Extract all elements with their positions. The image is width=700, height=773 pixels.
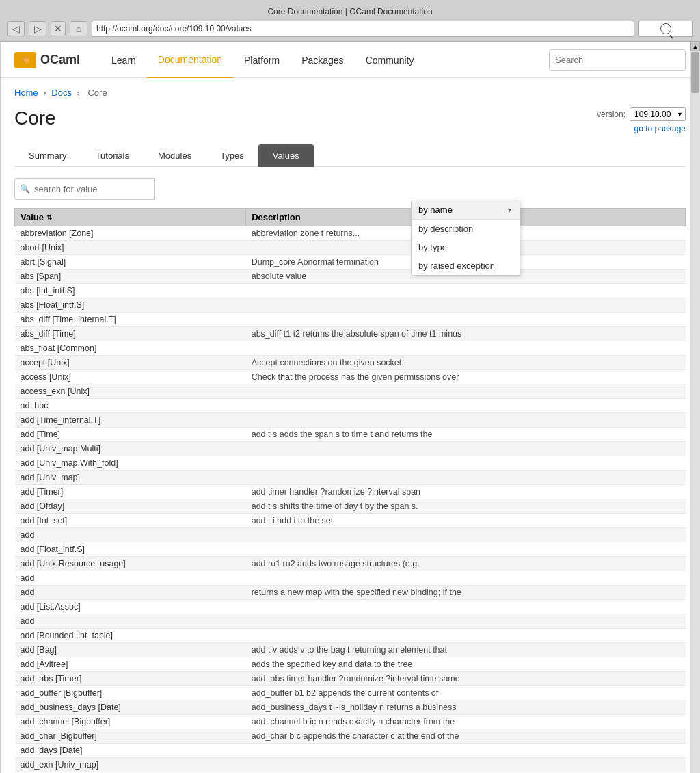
sort-option-by-raised-exception[interactable]: by raised exception: [412, 257, 520, 275]
table-cell-value: access [Unix]: [15, 370, 246, 384]
table-row: add [Bag]add t v adds v to the bag t ret…: [15, 643, 686, 657]
nav-link-learn[interactable]: Learn: [100, 42, 147, 78]
tab-types[interactable]: Types: [206, 144, 258, 167]
table-row: abs [Int_intf.S]: [15, 284, 686, 298]
breadcrumb-sep-2: ›: [77, 88, 83, 98]
table-row: add [Avltree]adds the specified key and …: [15, 657, 686, 672]
table-cell-value: add: [15, 614, 246, 629]
table-cell-description: [246, 298, 686, 313]
table-cell-value: add [Univ_map]: [15, 471, 246, 485]
table-row: abs [Float_intf.S]: [15, 298, 686, 313]
table-cell-description: [246, 384, 686, 399]
value-search-wrapper: 🔍: [14, 178, 686, 200]
table-row: add_char [Bigbuffer]add_char b c appends…: [15, 729, 686, 744]
table-cell-description: abs_diff t1 t2 returns the absolute span…: [246, 327, 686, 341]
table-cell-value: add [Time_internal.T]: [15, 413, 246, 428]
tab-tutorials[interactable]: Tutorials: [81, 144, 144, 167]
table-cell-value: add [Avltree]: [15, 657, 246, 672]
table-cell-value: add: [15, 571, 246, 586]
nav-link-platform[interactable]: Platform: [233, 42, 291, 78]
version-select[interactable]: 109.10.00: [630, 107, 686, 121]
table-row: add [Bounded_int_table]: [15, 629, 686, 643]
table-cell-description: [246, 456, 686, 471]
logo-icon: 🐫: [14, 52, 36, 68]
tab-values[interactable]: Values: [258, 144, 314, 167]
table-cell-description: [246, 758, 686, 772]
browser-title: Core Documentation | OCaml Documentation: [7, 5, 693, 21]
site-logo[interactable]: 🐫 OCaml: [14, 52, 80, 68]
table-cell-value: add [Bag]: [15, 643, 246, 657]
breadcrumb: Home › Docs › Core: [1, 78, 699, 107]
nav-link-community[interactable]: Community: [355, 42, 425, 78]
breadcrumb-docs[interactable]: Docs: [51, 88, 72, 98]
table-cell-value: add_abs [Timer]: [15, 672, 246, 686]
sort-dropdown-header[interactable]: by name ▼: [412, 200, 520, 220]
logo-text: OCaml: [40, 53, 80, 67]
table-cell-value: abs_diff [Time_internal.T]: [15, 313, 246, 327]
table-row: add_channel [Bigbuffer]add_channel b ic …: [15, 715, 686, 729]
browser-search-box[interactable]: [638, 21, 693, 37]
page-content: 🐫 OCaml Learn Documentation Platform Pac…: [0, 42, 700, 773]
table-cell-value: add [Timer]: [15, 485, 246, 499]
filter-row: 🔍 by name ▼ by description by type by ra…: [14, 178, 686, 200]
address-bar[interactable]: [92, 21, 634, 37]
browser-search-icon: [660, 23, 671, 34]
sort-option-by-type[interactable]: by type: [412, 238, 520, 257]
table-cell-value: add [Ofday]: [15, 499, 246, 514]
tab-summary[interactable]: Summary: [14, 144, 81, 167]
sort-option-by-description[interactable]: by description: [412, 220, 520, 238]
table-row: add [List.Assoc]: [15, 600, 686, 614]
tabs-bar: Summary Tutorials Modules Types Values: [14, 144, 686, 167]
table-cell-description: returns a new map with the specified new…: [246, 586, 686, 600]
table-row: add [Float_intf.S]: [15, 542, 686, 557]
table-row: ad_hoc: [15, 399, 686, 413]
breadcrumb-home[interactable]: Home: [14, 88, 38, 98]
table-row: add [Time_internal.T]: [15, 413, 686, 428]
table-cell-value: add_exn [Univ_map]: [15, 758, 246, 772]
sort-dropdown: by name ▼ by description by type by rais…: [411, 200, 520, 276]
table-row: add_buffer [Bigbuffer]add_buffer b1 b2 a…: [15, 686, 686, 700]
table-row: abs [Span]absolute value: [15, 270, 686, 284]
table-row: add: [15, 571, 686, 586]
table-cell-description: [246, 571, 686, 586]
table-row: add_abs [Timer]add_abs timer handler ?ra…: [15, 672, 686, 686]
table-cell-value: add [Float_intf.S]: [15, 542, 246, 557]
table-cell-description: add_business_days t ~is_holiday n return…: [246, 700, 686, 715]
table-cell-value: abs [Int_intf.S]: [15, 284, 246, 298]
page-header: Core version: 109.10.00 go to package: [14, 107, 686, 133]
scrollbar-track: ▲ ▼: [690, 42, 700, 773]
table-cell-value: ad_hoc: [15, 399, 246, 413]
value-search-icon: 🔍: [20, 184, 30, 194]
version-label: version:: [597, 109, 625, 119]
table-cell-value: abbreviation [Zone]: [15, 226, 246, 241]
table-cell-description: [246, 744, 686, 758]
forward-button[interactable]: ▷: [29, 21, 46, 36]
scrollbar-up-arrow[interactable]: ▲: [690, 42, 700, 51]
back-button[interactable]: ◁: [7, 21, 25, 36]
table-cell-description: add ru1 ru2 adds two rusage structures (…: [246, 557, 686, 571]
value-search-input[interactable]: [14, 178, 155, 200]
table-cell-description: add t i add i to the set: [246, 514, 686, 528]
table-body: abbreviation [Zone]abbreviation zone t r…: [15, 226, 686, 774]
scrollbar-thumb[interactable]: [691, 52, 699, 93]
home-button[interactable]: ⌂: [70, 21, 88, 36]
close-button[interactable]: ✕: [51, 21, 66, 36]
nav-link-packages[interactable]: Packages: [291, 42, 354, 78]
table-row: add_exn [Univ_map]: [15, 758, 686, 772]
value-sort-control[interactable]: Value ⇅: [21, 212, 52, 222]
tab-modules[interactable]: Modules: [144, 144, 206, 167]
table-row: add [Univ_map.With_fold]: [15, 456, 686, 471]
table-cell-value: access_exn [Unix]: [15, 384, 246, 399]
table-cell-value: abs [Float_intf.S]: [15, 298, 246, 313]
table-cell-description: add t v adds v to the bag t returning an…: [246, 643, 686, 657]
table-cell-value: accept [Unix]: [15, 356, 246, 370]
table-row: addreturns a new map with the specified …: [15, 586, 686, 600]
nav-links: Learn Documentation Platform Packages Co…: [100, 42, 549, 78]
nav-search-input[interactable]: [549, 49, 686, 71]
page-title: Core: [14, 107, 597, 129]
go-to-package-link[interactable]: go to package: [634, 124, 686, 133]
table-cell-value: add_business_days [Date]: [15, 700, 246, 715]
nav-link-documentation[interactable]: Documentation: [147, 42, 233, 78]
table-cell-value: add [Int_set]: [15, 514, 246, 528]
table-cell-value: add [Unix.Resource_usage]: [15, 557, 246, 571]
